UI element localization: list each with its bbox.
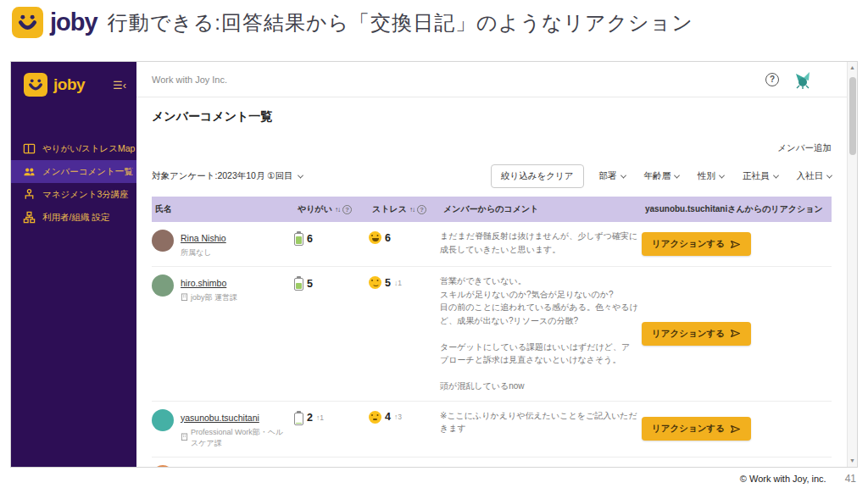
map-icon (23, 142, 36, 155)
send-icon (730, 328, 741, 339)
member-cell: yasunobu.tsuchitani Professional Work部・ヘ… (152, 402, 294, 457)
add-member-link[interactable]: メンバー追加 (777, 142, 832, 154)
stress-emoji-icon (369, 411, 381, 424)
table-row: Rina Nishio 所属なし 6 6 まだまだ脊髄反射は抜けませんが、少しず… (152, 222, 832, 267)
sidebar-item-label: やりがい/ストレスMap (42, 143, 135, 155)
avatar (152, 274, 174, 297)
reaction-button[interactable]: リアクションする (642, 322, 751, 346)
yarigai-cell: 2 ↑1 (294, 402, 369, 457)
filter-dropdown[interactable]: 性別 (698, 170, 724, 182)
lecture-icon (23, 188, 36, 201)
user-avatar-bird-icon[interactable] (793, 70, 813, 89)
sidebar-item-label: メンバーコメント一覧 (42, 166, 133, 178)
member-dept: 所属なし (181, 247, 226, 258)
sidebar-item[interactable]: メンバーコメント一覧 (11, 160, 136, 183)
sidebar-item[interactable]: 利用者/組織 設定 (11, 206, 136, 229)
sidebar-item[interactable]: やりがい/ストレスMap (11, 137, 136, 160)
member-dept: Professional Work部・ヘルスケア課 (181, 427, 291, 449)
member-dept: joby部 運営課 (181, 292, 237, 303)
col-header-reaction: yasunobu.tsuchitaniさんからのリアクション (642, 197, 832, 222)
yarigai-cell: 5 (294, 458, 369, 468)
yarigai-cell: 5 (294, 267, 369, 401)
scrollbar-thumb[interactable] (849, 77, 856, 155)
filter-dropdown[interactable]: 部署 (599, 170, 626, 182)
filter-dropdown[interactable]: 入社日 (797, 170, 832, 182)
battery-icon (294, 231, 303, 246)
yarigai-value: 2 (307, 412, 313, 424)
sidebar-item-label: マネジメント3分講座 (42, 189, 129, 201)
sidebar-menu: やりがい/ストレスMapメンバーコメント一覧マネジメント3分講座利用者/組織 設… (11, 137, 136, 229)
stress-cell: 5 (369, 458, 440, 468)
chevron-down-icon (772, 172, 778, 178)
reaction-button[interactable]: リアクションする (642, 417, 751, 441)
filter-row: 対象アンケート:2023年10月 ①回目 絞り込みをクリア 部署年齢層性別正社員… (152, 164, 832, 188)
building-icon (181, 293, 188, 302)
help-circle-icon[interactable]: ? (342, 205, 352, 214)
member-comment: 営業ができていない。 スキルが足りないのか?気合が足りないのか? 目の前のことに… (440, 267, 642, 401)
member-cell: Rina Nishio 所属なし (152, 222, 294, 266)
member-name-link[interactable]: hiro.shimbo (181, 278, 226, 288)
survey-selector-label: 対象アンケート:2023年10月 ①回目 (152, 170, 293, 182)
sort-icon[interactable]: ↑↓ (335, 206, 340, 214)
yarigai-delta: ↑1 (316, 413, 324, 422)
reaction-button-label: リアクションする (652, 328, 725, 340)
sidebar-item-label: 利用者/組織 設定 (42, 212, 109, 224)
clear-filter-button[interactable]: 絞り込みをクリア (491, 164, 583, 188)
copyright-text: © Work with Joy, inc. (740, 474, 826, 484)
table-row: yasunobu.tsuchitani Professional Work部・ヘ… (152, 402, 832, 458)
battery-icon (294, 411, 303, 425)
filter-label: 年齢層 (644, 170, 671, 182)
joby-logo-icon (24, 73, 47, 97)
send-icon (730, 239, 741, 250)
slide-header: joby 行動できる:回答結果から「交換日記」のようなリアクション (12, 7, 693, 38)
sort-icon[interactable]: ↑↓ (409, 206, 415, 214)
joby-logo-icon (12, 7, 43, 38)
sidebar-brand: joby ☰‹ (11, 73, 136, 97)
slide-title: 行動できる:回答結果から「交換日記」のようなリアクション (108, 9, 693, 36)
stress-emoji-icon (369, 467, 381, 468)
filter-dropdowns: 部署年齢層性別正社員入社日 (599, 170, 832, 182)
table-body: Rina Nishio 所属なし 6 6 まだまだ脊髄反射は抜けませんが、少しず… (152, 222, 832, 467)
yarigai-value: 5 (307, 278, 313, 290)
send-icon (730, 424, 741, 435)
col-header-yarigai: やりがい ↑↓ ? (294, 197, 369, 222)
chevron-down-icon (620, 172, 626, 178)
filter-label: 部署 (599, 170, 617, 182)
page-content: メンバーコメント一覧 メンバー追加 対象アンケート:2023年10月 ①回目 絞… (136, 97, 857, 467)
help-icon[interactable]: ? (765, 73, 779, 86)
avatar (152, 409, 174, 431)
member-comment: まだまだ脊髄反射は抜けませんが、少しずつ確実に成長していきたいと思います。 (440, 222, 642, 266)
reaction-cell: リアクションする (642, 458, 832, 468)
member-comment-table: 氏名 やりがい ↑↓ ? ストレス ↑↓ ? メンバーからのコメント yasun (152, 197, 832, 467)
yarigai-value: 6 (307, 233, 313, 245)
filter-dropdown[interactable]: 年齢層 (644, 170, 680, 182)
stress-value: 6 (385, 232, 391, 244)
member-cell: Reiko Tanaka Professional Work部・RPO課 (152, 458, 294, 468)
filter-dropdown[interactable]: 正社員 (743, 170, 778, 182)
scroll-up-icon[interactable]: ▲ (849, 62, 855, 74)
member-cell: hiro.shimbo joby部 運営課 (152, 267, 294, 401)
scroll-down-icon[interactable]: ▼ (849, 455, 855, 467)
survey-selector[interactable]: 対象アンケート:2023年10月 ①回目 (152, 170, 491, 182)
filter-label: 入社日 (797, 170, 824, 182)
sidebar-item[interactable]: マネジメント3分講座 (11, 183, 136, 206)
sidebar-collapse-icon[interactable]: ☰‹ (113, 79, 126, 92)
reaction-button-label: リアクションする (652, 423, 725, 435)
member-name-link[interactable]: yasunobu.tsuchitani (181, 413, 259, 423)
company-name: Work with Joy Inc. (152, 75, 765, 85)
building-icon (181, 433, 188, 442)
reaction-cell: リアクションする (642, 402, 832, 457)
help-circle-icon[interactable]: ? (417, 205, 426, 214)
stress-delta: ↓1 (394, 279, 402, 287)
stress-value: 5 (385, 277, 391, 289)
stress-emoji-icon (369, 276, 381, 289)
brand-wordmark: joby (50, 8, 97, 36)
avatar (152, 230, 174, 252)
vertical-scrollbar[interactable]: ▲ ▼ (847, 62, 857, 467)
filter-label: 性別 (698, 170, 715, 182)
table-row: Reiko Tanaka Professional Work部・RPO課 5 5… (152, 458, 832, 468)
col-header-comment: メンバーからのコメント (440, 197, 642, 222)
member-name-link[interactable]: Rina Nishio (181, 233, 226, 243)
reaction-button[interactable]: リアクションする (642, 232, 751, 256)
slide-footer: © Work with Joy, inc. 41 (740, 473, 856, 485)
